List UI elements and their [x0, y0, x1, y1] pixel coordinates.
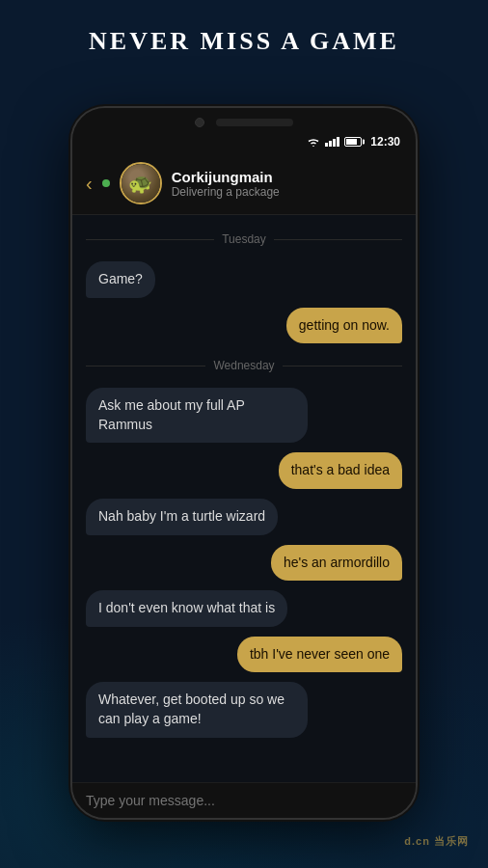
message-row: Ask me about my full AP Rammus: [86, 388, 402, 443]
battery-icon: [344, 137, 362, 147]
avatar: 🐢: [120, 162, 162, 204]
chat-input-bar: [72, 782, 416, 818]
status-time: 12:30: [370, 135, 400, 149]
day-separator: Tuesday: [86, 232, 402, 246]
received-message: Whatever, get booted up so we can play a…: [86, 682, 308, 737]
sent-message: that's a bad idea: [279, 452, 402, 489]
message-row: Nah baby I'm a turtle wizard: [86, 499, 402, 535]
message-row: he's an armordillo: [86, 545, 402, 582]
phone-frame: 12:30 ‹ 🐢 Corkijungmain Delivering a pac…: [70, 106, 418, 820]
day-label: Wednesday: [213, 359, 274, 372]
contact-status: Delivering a package: [172, 185, 402, 199]
speaker: [216, 119, 293, 126]
message-row: Game?: [86, 261, 402, 298]
status-bar: 12:30: [72, 133, 416, 152]
sent-message: getting on now.: [286, 308, 402, 344]
day-label: Tuesday: [222, 232, 266, 246]
camera: [195, 118, 204, 127]
wifi-icon: [307, 137, 320, 147]
phone-notch: [72, 108, 416, 133]
day-separator: Wednesday: [86, 359, 402, 372]
contact-info: Corkijungmain Delivering a package: [172, 169, 402, 199]
watermark: d.cn 当乐网: [404, 834, 469, 849]
received-message: Ask me about my full AP Rammus: [86, 388, 308, 443]
signal-icon: [325, 137, 339, 147]
day-line: [283, 366, 402, 366]
contact-name: Corkijungmain: [172, 169, 402, 185]
day-line: [274, 239, 402, 240]
message-input[interactable]: [86, 793, 402, 808]
received-message: I don't even know what that is: [86, 590, 287, 627]
back-button[interactable]: ‹: [86, 173, 93, 195]
day-line: [86, 366, 205, 366]
message-row: tbh I've never seen one: [86, 637, 402, 673]
online-indicator: [102, 179, 110, 187]
avatar-image: 🐢: [122, 164, 160, 203]
message-row: getting on now.: [86, 308, 402, 344]
sent-message: tbh I've never seen one: [237, 637, 402, 673]
message-row: that's a bad idea: [86, 452, 402, 489]
chat-header: ‹ 🐢 Corkijungmain Delivering a package: [72, 152, 416, 215]
day-line: [86, 239, 214, 240]
page-headline: NEVER MISS A GAME: [0, 0, 488, 73]
chat-body: Tuesday Game?getting on now. Wednesday A…: [72, 215, 416, 782]
message-row: Whatever, get booted up so we can play a…: [86, 682, 402, 737]
sent-message: he's an armordillo: [271, 545, 402, 582]
received-message: Nah baby I'm a turtle wizard: [86, 499, 278, 535]
message-row: I don't even know what that is: [86, 590, 402, 627]
received-message: Game?: [86, 261, 155, 298]
